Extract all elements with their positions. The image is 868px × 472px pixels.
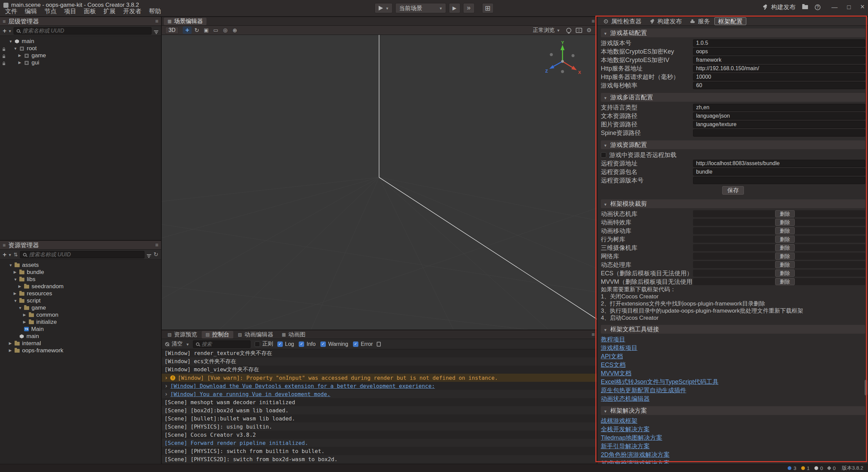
tree-caret-icon[interactable]: ▶ xyxy=(23,320,29,324)
tree-row[interactable]: ▶ game xyxy=(0,52,161,59)
console-tab[interactable]: 动画图 xyxy=(278,331,309,338)
doc-link[interactable]: 2D角色扮演游戏解决方案 xyxy=(601,451,670,459)
panel-menu-icon[interactable] xyxy=(155,18,158,25)
panel-menu-icon[interactable] xyxy=(592,18,595,25)
delete-button[interactable]: 删除 xyxy=(775,270,795,277)
console-row[interactable]: › [Scene] [PHYSICS]: using builtin. xyxy=(162,422,597,431)
hierarchy-search-input[interactable] xyxy=(22,28,149,34)
expand-caret-icon[interactable]: › xyxy=(164,374,168,381)
tree-row[interactable]: ▶ resources xyxy=(0,290,161,297)
scene-tool-icon[interactable] xyxy=(202,26,211,34)
tree-row[interactable]: ▶ common xyxy=(0,311,161,318)
tree-caret-icon[interactable]: ▶ xyxy=(9,348,15,353)
property-input[interactable] xyxy=(693,104,865,111)
property-input[interactable] xyxy=(693,56,865,64)
scene-tool-icon[interactable] xyxy=(221,26,230,34)
layout-button[interactable] xyxy=(482,3,493,13)
property-input[interactable] xyxy=(693,112,865,120)
checkbox-icon[interactable] xyxy=(353,341,358,347)
doc-link[interactable]: 游戏模板项目 xyxy=(601,344,637,352)
property-input[interactable] xyxy=(693,39,865,47)
tree-row[interactable]: ▼ assets xyxy=(0,261,161,269)
tree-row[interactable]: Main xyxy=(0,326,161,333)
delete-button[interactable]: 删除 xyxy=(775,261,795,268)
menu-item[interactable]: 扩展 xyxy=(100,6,119,16)
console-filter-toggle[interactable]: Info xyxy=(299,341,316,347)
doc-link[interactable]: Excel格式转Json文件与TypeScript代码工具 xyxy=(601,378,718,386)
tree-row[interactable]: ▶ bundle xyxy=(0,269,161,276)
console-row[interactable]: › [Scene] [PHYSICS]: switch from builtin… xyxy=(162,447,597,455)
console-tab[interactable]: 资源预览 xyxy=(164,331,201,338)
scene-view-tool-icon[interactable] xyxy=(564,26,573,34)
close-button[interactable] xyxy=(860,4,865,11)
property-input[interactable] xyxy=(693,177,865,184)
inspector-tab[interactable]: 服务 xyxy=(686,17,714,25)
status-count[interactable]: 0 xyxy=(814,465,823,471)
console-row[interactable]: › [Window] You are running Vue in develo… xyxy=(162,390,597,398)
tree-row[interactable]: ▶ seedrandom xyxy=(0,283,161,290)
menu-item[interactable]: 面板 xyxy=(80,6,100,16)
section-solutions[interactable]: 框架解决方案 xyxy=(601,406,865,415)
regex-toggle[interactable]: 正则 xyxy=(255,340,273,348)
projection-toggle[interactable]: 3D xyxy=(165,27,179,34)
tree-row[interactable]: ▼ libs xyxy=(0,276,161,283)
property-input[interactable] xyxy=(693,168,865,176)
doc-link[interactable]: 教程项目 xyxy=(601,335,625,343)
tree-row[interactable]: ▶ gui xyxy=(0,59,161,66)
console-tab[interactable]: 动画编辑器 xyxy=(234,331,277,338)
tab-scene-editor[interactable]: 场景编辑器 xyxy=(164,18,206,25)
tree-caret-icon[interactable]: ▼ xyxy=(9,39,15,43)
tree-caret-icon[interactable]: ▼ xyxy=(18,306,24,310)
scene-tool-icon[interactable] xyxy=(192,26,201,34)
section-resource-config[interactable]: 游戏资源配置 xyxy=(601,140,865,149)
menu-item[interactable]: 文件 xyxy=(1,6,21,16)
add-asset-button[interactable] xyxy=(3,251,6,258)
tree-row[interactable]: main xyxy=(0,333,161,340)
status-count[interactable]: 1 xyxy=(801,465,810,471)
section-basic-config[interactable]: 游戏基础配置 xyxy=(601,28,865,37)
doc-link[interactable]: 原生包热更新配置自动生成插件 xyxy=(601,386,686,394)
play-button[interactable] xyxy=(449,3,460,13)
property-input[interactable] xyxy=(693,121,865,128)
scene-tool-icon[interactable] xyxy=(230,26,239,34)
menu-item[interactable]: 项目 xyxy=(60,6,80,16)
clear-console-button[interactable]: 清空 xyxy=(165,340,182,348)
folder-icon[interactable] xyxy=(802,5,808,9)
panel-menu-icon[interactable] xyxy=(155,241,158,249)
inspector-tab[interactable]: 框架配置 xyxy=(714,17,746,25)
tree-caret-icon[interactable]: ▶ xyxy=(18,284,24,289)
status-count[interactable]: 3 xyxy=(788,465,796,471)
console-row[interactable]: › [Scene] Cocos Creator v3.8.2 xyxy=(162,431,597,439)
doc-link[interactable]: MVVM文档 xyxy=(601,369,631,377)
section-language-config[interactable]: 游戏多语言配置 xyxy=(601,93,865,102)
doc-link[interactable]: 新手引导解决方案 xyxy=(601,442,650,450)
chevron-down-icon[interactable] xyxy=(9,251,11,258)
filter-icon[interactable] xyxy=(154,31,158,31)
console-search-input[interactable] xyxy=(202,341,248,347)
console-filter-toggle[interactable]: Error xyxy=(353,341,373,347)
sort-icon[interactable] xyxy=(14,251,18,258)
clear-options-icon[interactable] xyxy=(186,340,189,348)
doc-link[interactable]: 战棋游戏框架 xyxy=(601,417,637,425)
maximize-button[interactable] xyxy=(847,4,851,11)
delete-button[interactable]: 删除 xyxy=(775,253,795,260)
assets-search-input[interactable] xyxy=(29,252,141,258)
chevron-down-icon[interactable] xyxy=(9,27,11,34)
tree-caret-icon[interactable]: ▼ xyxy=(9,263,15,267)
help-icon[interactable] xyxy=(815,4,821,10)
delete-button[interactable]: 删除 xyxy=(775,227,795,234)
scrollbar-thumb[interactable] xyxy=(865,380,867,395)
console-tab[interactable]: 控制台 xyxy=(202,331,233,338)
add-node-button[interactable] xyxy=(3,27,6,35)
delete-button[interactable]: 删除 xyxy=(775,219,795,226)
delete-button[interactable]: 删除 xyxy=(775,236,795,243)
tree-caret-icon[interactable]: ▶ xyxy=(23,313,29,317)
scene-tool-icon[interactable] xyxy=(183,26,192,34)
expand-caret-icon[interactable]: › xyxy=(164,382,168,389)
tree-caret-icon[interactable]: ▼ xyxy=(14,46,19,51)
console-row[interactable]: › [Window] Download the Vue Devtools ext… xyxy=(162,382,597,390)
refresh-icon[interactable] xyxy=(154,251,158,258)
console-row[interactable]: › [Scene] Forward render pipeline initia… xyxy=(162,439,597,447)
doc-link[interactable]: API文档 xyxy=(601,352,623,360)
remote-load-checkbox[interactable] xyxy=(601,152,606,158)
